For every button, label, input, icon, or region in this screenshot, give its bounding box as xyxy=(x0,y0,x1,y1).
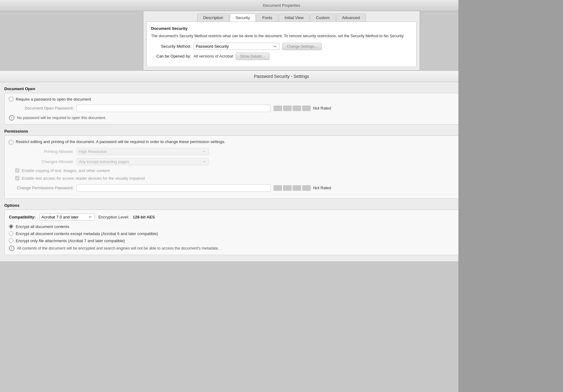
strength-bar-1 xyxy=(274,106,282,111)
doc-open-pw-input[interactable] xyxy=(77,105,270,112)
doc-security-title: Document Security xyxy=(151,26,412,31)
right-panel-gray xyxy=(458,0,563,261)
warning-icon: ! xyxy=(9,115,14,121)
tab-bar: Description Security Fonts Initial View … xyxy=(143,11,420,22)
doc-open-warning-text: No password will be required to open thi… xyxy=(17,116,106,120)
tab-custom[interactable]: Custom xyxy=(310,14,336,22)
options-warning-text: All contents of the document will be enc… xyxy=(17,246,219,250)
encrypt-except-label[interactable]: Encrypt all document contents except met… xyxy=(16,231,158,236)
tab-advanced[interactable]: Advanced xyxy=(336,14,366,22)
encrypt-all-label[interactable]: Encrypt all document contents xyxy=(16,224,69,229)
perm-strength-bar-2 xyxy=(283,185,292,191)
enable-copy-checkbox[interactable] xyxy=(15,168,19,173)
perm-strength-bar-4 xyxy=(302,185,311,191)
encryption-label: Encryption Level: xyxy=(98,215,129,219)
enable-screen-reader-checkbox[interactable] xyxy=(15,176,19,180)
enable-copy-label: Enable copying of text, images, and othe… xyxy=(22,168,110,173)
tab-initial-view[interactable]: Initial View xyxy=(279,14,309,22)
printing-allowed-select[interactable]: High Resolution xyxy=(77,148,209,155)
strength-bar-2 xyxy=(283,106,292,111)
can-be-opened-row: Can be Opened by: All versions of Acroba… xyxy=(151,53,412,60)
security-method-label: Security Method: xyxy=(151,44,191,49)
change-settings-button[interactable]: Change Settings... xyxy=(282,43,322,50)
compat-select[interactable]: Acrobat 7.0 and later xyxy=(39,214,95,221)
restrict-editing-label[interactable]: Restrict editing and printing of the doc… xyxy=(16,139,225,144)
tab-security[interactable]: Security xyxy=(230,14,256,22)
tab-description[interactable]: Description xyxy=(197,14,229,22)
perm-strength-bar-1 xyxy=(274,185,282,191)
window-title: Document Properties xyxy=(263,3,300,8)
compat-label: Compatibility: xyxy=(9,215,36,219)
strength-bar-3 xyxy=(293,106,301,111)
require-pw-label[interactable]: Require a password to open the document xyxy=(16,97,91,102)
strength-bar-4 xyxy=(302,106,311,111)
change-perm-pw-label: Change Permissions Password: xyxy=(9,186,74,190)
doc-props-panel: Document Security The document's Securit… xyxy=(146,22,417,67)
can-opened-label: Can be Opened by: xyxy=(151,54,191,58)
doc-open-pw-label: Document Open Password: xyxy=(9,106,74,110)
printing-allowed-label: Printing Allowed: xyxy=(9,149,74,154)
tab-fonts[interactable]: Fonts xyxy=(256,14,278,22)
perm-not-rated: Not Rated xyxy=(313,186,335,190)
encryption-value: 128-bit AES xyxy=(133,215,155,219)
doc-open-not-rated: Not Rated xyxy=(313,106,335,110)
enable-screen-reader-label: Enable text access for screen reader dev… xyxy=(22,176,145,181)
dialog: Description Security Fonts Initial View … xyxy=(143,11,420,70)
strength-bars xyxy=(274,106,311,111)
show-details-button[interactable]: Show Details... xyxy=(236,53,270,60)
options-warning-icon: ! xyxy=(9,246,14,251)
pw-security-title: Password Security - Settings xyxy=(254,74,309,79)
encrypt-attachments-label[interactable]: Encrypt only file attachments (Acrobat 7… xyxy=(16,238,125,243)
security-method-row: Security Method: Password Security Chang… xyxy=(151,43,412,50)
encrypt-except-radio[interactable] xyxy=(9,231,13,236)
perm-strength-bar-3 xyxy=(293,185,301,191)
change-perm-pw-input[interactable] xyxy=(77,184,270,192)
doc-security-desc: The document's Security Method restricts… xyxy=(151,33,412,39)
perm-strength-bars xyxy=(274,185,311,191)
changes-allowed-label: Changes Allowed: xyxy=(9,159,74,164)
security-method-select[interactable]: Password Security xyxy=(194,43,280,50)
encrypt-attachments-radio[interactable] xyxy=(9,238,13,243)
can-opened-value: All versions of Acrobat xyxy=(194,54,233,58)
encrypt-all-radio[interactable] xyxy=(9,224,13,229)
require-pw-checkbox[interactable] xyxy=(9,97,13,101)
restrict-editing-checkbox[interactable] xyxy=(9,140,13,144)
changes-allowed-select[interactable]: Any except extracting pages xyxy=(77,158,209,165)
